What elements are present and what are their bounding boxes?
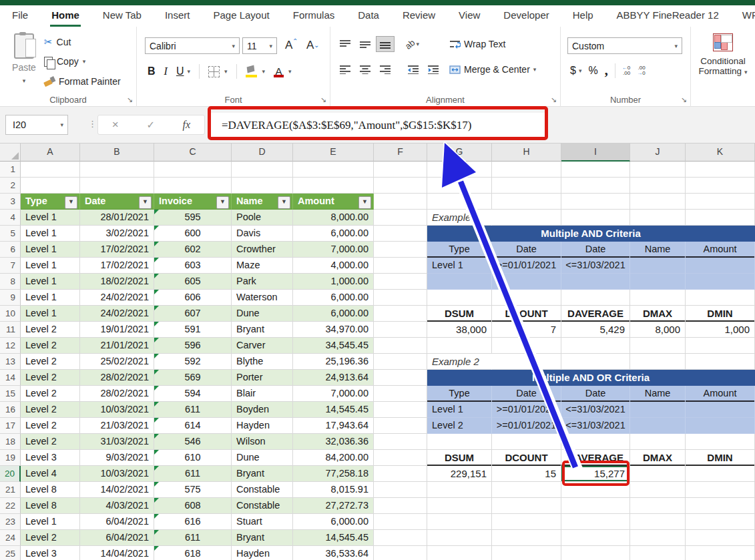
cancel-icon[interactable]: × — [112, 118, 119, 131]
cell-H2[interactable] — [492, 178, 561, 194]
cell-C13[interactable]: 592 — [154, 354, 232, 370]
cell-F11[interactable] — [374, 322, 427, 338]
row-header-6[interactable]: 6 — [0, 242, 21, 258]
cell-E12[interactable]: 34,545.45 — [293, 338, 374, 354]
cell-K10[interactable]: DMIN — [686, 306, 755, 322]
currency-button[interactable]: $ — [570, 65, 576, 77]
cell-D2[interactable] — [232, 178, 293, 194]
cell-I1[interactable] — [561, 162, 630, 178]
cell-G6[interactable]: Type — [427, 242, 492, 258]
cell-F24[interactable] — [374, 530, 427, 546]
cut-button[interactable]: ✂ Cut — [44, 36, 71, 48]
cell-I19[interactable]: DAVERAGE — [561, 450, 630, 466]
cell-A16[interactable]: Level 2 — [21, 402, 80, 418]
cell-J15[interactable]: Name — [630, 386, 686, 402]
tab-formulas[interactable]: Formulas — [292, 7, 336, 27]
cell-G10[interactable]: DSUM — [427, 306, 492, 322]
cell-D9[interactable]: Waterson — [232, 290, 293, 306]
tab-help[interactable]: Help — [571, 7, 595, 27]
cell-B13[interactable]: 25/02/2021 — [80, 354, 154, 370]
cell-J10[interactable]: DMAX — [630, 306, 686, 322]
cell-C11[interactable]: 591 — [154, 322, 232, 338]
cell-D4[interactable]: Poole — [232, 210, 293, 226]
cell-G17[interactable]: Level 2 — [427, 418, 492, 434]
cell-F19[interactable] — [374, 450, 427, 466]
cell-C9[interactable]: 606 — [154, 290, 232, 306]
tab-wp[interactable]: WP — [741, 7, 755, 27]
align-bottom-button[interactable] — [376, 36, 395, 52]
cell-F10[interactable] — [374, 306, 427, 322]
cell-C14[interactable]: 569 — [154, 370, 232, 386]
cell-C23[interactable]: 616 — [154, 514, 232, 530]
cell-I12[interactable] — [561, 338, 630, 354]
cell-J23[interactable] — [630, 514, 686, 530]
cell-G13[interactable]: Example 2 — [427, 354, 492, 370]
cell-H22[interactable] — [492, 498, 561, 514]
cell-C6[interactable]: 602 — [154, 242, 232, 258]
cell-B15[interactable]: 28/02/2021 — [80, 386, 154, 402]
cell-K6[interactable]: Amount — [686, 242, 755, 258]
cell-A11[interactable]: Level 2 — [21, 322, 80, 338]
cell-G14[interactable]: Multiple AND OR Criteria — [427, 370, 755, 386]
cell-F1[interactable] — [374, 162, 427, 178]
wrap-text-button[interactable]: Wrap Text — [449, 39, 506, 49]
cell-A4[interactable]: Level 1 — [21, 210, 80, 226]
cell-F4[interactable] — [374, 210, 427, 226]
column-header-G[interactable]: G — [427, 144, 492, 162]
cell-H23[interactable] — [492, 514, 561, 530]
cell-B9[interactable]: 24/02/2021 — [80, 290, 154, 306]
cell-H1[interactable] — [492, 162, 561, 178]
cell-E18[interactable]: 32,036.36 — [293, 434, 374, 450]
enter-icon[interactable]: ✓ — [146, 119, 155, 131]
cell-E19[interactable]: 84,200.00 — [293, 450, 374, 466]
cell-D11[interactable]: Bryant — [232, 322, 293, 338]
cell-E5[interactable]: 6,000.00 — [293, 226, 374, 242]
cell-K8[interactable] — [686, 274, 755, 290]
cell-B24[interactable]: 6/04/2021 — [80, 530, 154, 546]
cell-I23[interactable] — [561, 514, 630, 530]
cell-B12[interactable]: 21/01/2021 — [80, 338, 154, 354]
cell-K19[interactable]: DMIN — [686, 450, 755, 466]
column-header-A[interactable]: A — [21, 144, 80, 162]
cell-K18[interactable] — [686, 434, 755, 450]
row-header-5[interactable]: 5 — [0, 226, 21, 242]
cell-A18[interactable]: Level 2 — [21, 434, 80, 450]
cell-A22[interactable]: Level 8 — [21, 498, 80, 514]
cell-C5[interactable]: 600 — [154, 226, 232, 242]
cell-J3[interactable] — [630, 194, 686, 210]
cell-I10[interactable]: DAVERAGE — [561, 306, 630, 322]
cell-I8[interactable] — [561, 274, 630, 290]
row-header-13[interactable]: 13 — [0, 354, 21, 370]
cell-E10[interactable]: 6,000.00 — [293, 306, 374, 322]
cell-J22[interactable] — [630, 498, 686, 514]
row-header-9[interactable]: 9 — [0, 290, 21, 306]
font-dialog-launcher[interactable]: ↘ — [320, 95, 326, 104]
cell-B10[interactable]: 24/02/2021 — [80, 306, 154, 322]
cell-A17[interactable]: Level 2 — [21, 418, 80, 434]
cell-G19[interactable]: DSUM — [427, 450, 492, 466]
cell-D18[interactable]: Wilson — [232, 434, 293, 450]
cell-H19[interactable]: DCOUNT — [492, 450, 561, 466]
cell-H16[interactable]: >=01/01/2021 — [492, 402, 561, 418]
cell-G8[interactable] — [427, 274, 492, 290]
cell-C4[interactable]: 595 — [154, 210, 232, 226]
cell-B25[interactable]: 14/04/2021 — [80, 546, 154, 560]
cell-J25[interactable] — [630, 546, 686, 560]
borders-button[interactable] — [208, 66, 220, 77]
cell-C12[interactable]: 596 — [154, 338, 232, 354]
cell-G11[interactable]: 38,000 — [427, 322, 492, 338]
conditional-formatting-button[interactable]: Conditional Formatting ▾ — [691, 33, 755, 77]
column-header-J[interactable]: J — [630, 144, 686, 162]
cell-A7[interactable]: Level 1 — [21, 258, 80, 274]
merge-center-button[interactable]: Merge & Center ▾ — [449, 64, 536, 75]
cell-A2[interactable] — [21, 178, 80, 194]
cell-C17[interactable]: 614 — [154, 418, 232, 434]
select-all-corner[interactable] — [0, 144, 21, 162]
cell-B18[interactable]: 31/03/2021 — [80, 434, 154, 450]
cell-K17[interactable] — [686, 418, 755, 434]
cell-F5[interactable] — [374, 226, 427, 242]
cell-I18[interactable] — [561, 434, 630, 450]
column-header-I[interactable]: I — [561, 144, 630, 162]
column-header-E[interactable]: E — [293, 144, 374, 162]
cell-H11[interactable]: 7 — [492, 322, 561, 338]
